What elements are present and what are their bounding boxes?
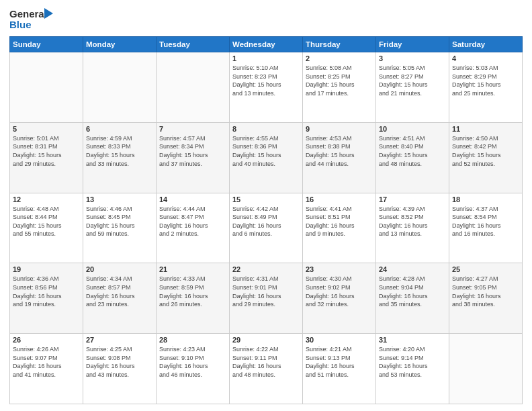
day-number: 27 xyxy=(86,336,153,344)
calendar-cell: 20Sunrise: 4:34 AM Sunset: 8:57 PM Dayli… xyxy=(83,263,157,334)
calendar-cell: 9Sunrise: 4:53 AM Sunset: 8:38 PM Daylig… xyxy=(303,122,376,193)
day-info: Sunrise: 4:48 AM Sunset: 8:44 PM Dayligh… xyxy=(13,205,80,238)
day-number: 3 xyxy=(379,54,446,62)
day-info: Sunrise: 4:23 AM Sunset: 9:10 PM Dayligh… xyxy=(159,345,226,379)
calendar-week-row: 26Sunrise: 4:26 AM Sunset: 9:07 PM Dayli… xyxy=(10,334,523,404)
day-number: 26 xyxy=(13,336,80,344)
day-number: 31 xyxy=(379,336,446,344)
day-info: Sunrise: 5:08 AM Sunset: 8:25 PM Dayligh… xyxy=(306,64,373,97)
svg-marker-2 xyxy=(44,8,53,19)
day-info: Sunrise: 4:21 AM Sunset: 9:13 PM Dayligh… xyxy=(306,345,373,379)
day-number: 18 xyxy=(452,195,519,203)
day-number: 4 xyxy=(452,54,519,62)
day-number: 20 xyxy=(86,265,153,273)
calendar-cell: 18Sunrise: 4:37 AM Sunset: 8:54 PM Dayli… xyxy=(449,193,523,263)
weekday-header-saturday: Saturday xyxy=(449,37,523,52)
calendar-cell: 25Sunrise: 4:27 AM Sunset: 9:05 PM Dayli… xyxy=(449,263,523,334)
calendar-cell: 27Sunrise: 4:25 AM Sunset: 9:08 PM Dayli… xyxy=(83,334,157,404)
weekday-header-sunday: Sunday xyxy=(10,37,83,52)
calendar-cell xyxy=(10,52,83,123)
calendar-cell: 28Sunrise: 4:23 AM Sunset: 9:10 PM Dayli… xyxy=(157,334,230,404)
calendar-week-row: 19Sunrise: 4:36 AM Sunset: 8:56 PM Dayli… xyxy=(10,263,523,334)
day-info: Sunrise: 4:42 AM Sunset: 8:49 PM Dayligh… xyxy=(232,205,300,238)
day-info: Sunrise: 4:41 AM Sunset: 8:51 PM Dayligh… xyxy=(306,205,373,238)
weekday-header-tuesday: Tuesday xyxy=(157,37,230,52)
calendar-cell: 3Sunrise: 5:05 AM Sunset: 8:27 PM Daylig… xyxy=(376,52,449,123)
calendar-cell: 17Sunrise: 4:39 AM Sunset: 8:52 PM Dayli… xyxy=(376,193,449,263)
day-info: Sunrise: 4:55 AM Sunset: 8:36 PM Dayligh… xyxy=(232,134,300,168)
calendar-cell: 19Sunrise: 4:36 AM Sunset: 8:56 PM Dayli… xyxy=(10,263,83,334)
calendar-cell: 8Sunrise: 4:55 AM Sunset: 8:36 PM Daylig… xyxy=(230,122,303,193)
day-number: 11 xyxy=(452,125,519,133)
svg-text:Blue: Blue xyxy=(9,19,32,30)
day-number: 14 xyxy=(159,195,226,203)
day-number: 10 xyxy=(379,125,446,133)
calendar-cell: 23Sunrise: 4:30 AM Sunset: 9:02 PM Dayli… xyxy=(303,263,376,334)
day-number: 25 xyxy=(452,265,519,273)
weekday-header-thursday: Thursday xyxy=(303,37,376,52)
calendar-cell: 15Sunrise: 4:42 AM Sunset: 8:49 PM Dayli… xyxy=(230,193,303,263)
day-info: Sunrise: 5:10 AM Sunset: 8:23 PM Dayligh… xyxy=(232,64,300,97)
calendar-week-row: 5Sunrise: 5:01 AM Sunset: 8:31 PM Daylig… xyxy=(10,122,523,193)
day-info: Sunrise: 4:26 AM Sunset: 9:07 PM Dayligh… xyxy=(13,345,80,379)
calendar-week-row: 12Sunrise: 4:48 AM Sunset: 8:44 PM Dayli… xyxy=(10,193,523,263)
calendar-cell: 12Sunrise: 4:48 AM Sunset: 8:44 PM Dayli… xyxy=(10,193,83,263)
calendar-cell: 24Sunrise: 4:28 AM Sunset: 9:04 PM Dayli… xyxy=(376,263,449,334)
calendar-cell xyxy=(449,334,523,404)
weekday-header-friday: Friday xyxy=(376,37,449,52)
day-number: 24 xyxy=(379,265,446,273)
logo: GeneralBlue xyxy=(9,7,56,32)
day-info: Sunrise: 4:31 AM Sunset: 9:01 PM Dayligh… xyxy=(232,275,300,308)
day-number: 23 xyxy=(306,265,373,273)
calendar-cell: 11Sunrise: 4:50 AM Sunset: 8:42 PM Dayli… xyxy=(449,122,523,193)
day-info: Sunrise: 4:25 AM Sunset: 9:08 PM Dayligh… xyxy=(86,345,153,379)
day-number: 9 xyxy=(306,125,373,133)
calendar-table: SundayMondayTuesdayWednesdayThursdayFrid… xyxy=(9,36,523,404)
day-number: 21 xyxy=(159,265,226,273)
calendar-cell: 13Sunrise: 4:46 AM Sunset: 8:45 PM Dayli… xyxy=(83,193,157,263)
calendar-cell: 7Sunrise: 4:57 AM Sunset: 8:34 PM Daylig… xyxy=(157,122,230,193)
day-number: 22 xyxy=(232,265,300,273)
logo-svg: GeneralBlue xyxy=(9,7,56,32)
weekday-header-wednesday: Wednesday xyxy=(230,37,303,52)
day-info: Sunrise: 5:01 AM Sunset: 8:31 PM Dayligh… xyxy=(13,134,80,168)
day-number: 19 xyxy=(13,265,80,273)
day-number: 8 xyxy=(232,125,300,133)
day-info: Sunrise: 4:20 AM Sunset: 9:14 PM Dayligh… xyxy=(379,345,446,379)
calendar-cell: 4Sunrise: 5:03 AM Sunset: 8:29 PM Daylig… xyxy=(449,52,523,123)
calendar-cell: 16Sunrise: 4:41 AM Sunset: 8:51 PM Dayli… xyxy=(303,193,376,263)
day-number: 15 xyxy=(232,195,300,203)
day-number: 28 xyxy=(159,336,226,344)
day-info: Sunrise: 4:50 AM Sunset: 8:42 PM Dayligh… xyxy=(452,134,519,168)
day-info: Sunrise: 4:28 AM Sunset: 9:04 PM Dayligh… xyxy=(379,275,446,308)
day-info: Sunrise: 5:03 AM Sunset: 8:29 PM Dayligh… xyxy=(452,64,519,97)
day-info: Sunrise: 4:53 AM Sunset: 8:38 PM Dayligh… xyxy=(306,134,373,168)
day-number: 30 xyxy=(306,336,373,344)
calendar-cell xyxy=(83,52,157,123)
svg-text:General: General xyxy=(9,8,47,19)
header: GeneralBlue xyxy=(9,7,523,32)
day-info: Sunrise: 4:34 AM Sunset: 8:57 PM Dayligh… xyxy=(86,275,153,308)
day-number: 12 xyxy=(13,195,80,203)
calendar-cell xyxy=(157,52,230,123)
day-number: 6 xyxy=(86,125,153,133)
calendar-cell: 29Sunrise: 4:22 AM Sunset: 9:11 PM Dayli… xyxy=(230,334,303,404)
calendar-cell: 6Sunrise: 4:59 AM Sunset: 8:33 PM Daylig… xyxy=(83,122,157,193)
calendar-cell: 26Sunrise: 4:26 AM Sunset: 9:07 PM Dayli… xyxy=(10,334,83,404)
day-info: Sunrise: 4:46 AM Sunset: 8:45 PM Dayligh… xyxy=(86,205,153,238)
calendar-cell: 2Sunrise: 5:08 AM Sunset: 8:25 PM Daylig… xyxy=(303,52,376,123)
day-info: Sunrise: 4:59 AM Sunset: 8:33 PM Dayligh… xyxy=(86,134,153,168)
day-info: Sunrise: 4:22 AM Sunset: 9:11 PM Dayligh… xyxy=(232,345,300,379)
weekday-header-row: SundayMondayTuesdayWednesdayThursdayFrid… xyxy=(10,37,523,52)
calendar-cell: 5Sunrise: 5:01 AM Sunset: 8:31 PM Daylig… xyxy=(10,122,83,193)
day-info: Sunrise: 4:39 AM Sunset: 8:52 PM Dayligh… xyxy=(379,205,446,238)
day-info: Sunrise: 4:27 AM Sunset: 9:05 PM Dayligh… xyxy=(452,275,519,308)
day-number: 13 xyxy=(86,195,153,203)
day-number: 5 xyxy=(13,125,80,133)
calendar-cell: 1Sunrise: 5:10 AM Sunset: 8:23 PM Daylig… xyxy=(230,52,303,123)
page-container: GeneralBlue SundayMondayTuesdayWednesday… xyxy=(0,0,532,411)
day-info: Sunrise: 4:33 AM Sunset: 8:59 PM Dayligh… xyxy=(159,275,226,308)
day-number: 29 xyxy=(232,336,300,344)
day-info: Sunrise: 4:36 AM Sunset: 8:56 PM Dayligh… xyxy=(13,275,80,308)
day-number: 16 xyxy=(306,195,373,203)
